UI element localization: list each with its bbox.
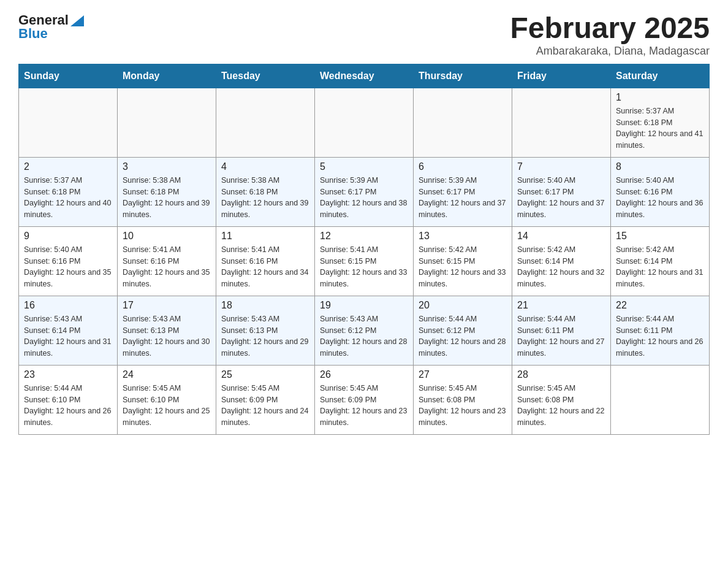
day-number: 14 [517,231,605,242]
calendar-cell [19,88,118,157]
calendar-cell: 26Sunrise: 5:45 AMSunset: 6:09 PMDayligh… [315,365,414,434]
day-number: 10 [123,231,211,242]
header-monday: Monday [118,64,216,88]
day-number: 23 [24,369,112,380]
day-info: Sunrise: 5:43 AMSunset: 6:13 PMDaylight:… [123,313,211,359]
day-info: Sunrise: 5:43 AMSunset: 6:12 PMDaylight:… [320,313,408,359]
calendar-cell: 27Sunrise: 5:45 AMSunset: 6:08 PMDayligh… [414,365,512,434]
day-info: Sunrise: 5:41 AMSunset: 6:15 PMDaylight:… [320,244,408,290]
day-number: 26 [320,369,408,380]
day-number: 5 [320,161,408,172]
calendar-cell [118,88,216,157]
calendar-cell: 23Sunrise: 5:44 AMSunset: 6:10 PMDayligh… [19,365,118,434]
calendar-cell: 11Sunrise: 5:41 AMSunset: 6:16 PMDayligh… [216,226,315,296]
day-info: Sunrise: 5:44 AMSunset: 6:12 PMDaylight:… [419,313,507,359]
day-info: Sunrise: 5:45 AMSunset: 6:10 PMDaylight:… [123,383,211,429]
day-number: 25 [221,369,309,380]
calendar-cell: 16Sunrise: 5:43 AMSunset: 6:14 PMDayligh… [19,296,118,365]
header-friday: Friday [512,64,611,88]
calendar-cell [512,88,611,157]
calendar-cell [216,88,315,157]
calendar-cell [611,365,710,434]
calendar-cell: 28Sunrise: 5:45 AMSunset: 6:08 PMDayligh… [512,365,611,434]
calendar-cell: 12Sunrise: 5:41 AMSunset: 6:15 PMDayligh… [315,226,414,296]
day-number: 12 [320,231,408,242]
calendar-cell: 14Sunrise: 5:42 AMSunset: 6:14 PMDayligh… [512,226,611,296]
day-info: Sunrise: 5:44 AMSunset: 6:10 PMDaylight:… [24,383,112,429]
day-info: Sunrise: 5:43 AMSunset: 6:13 PMDaylight:… [221,313,309,359]
header-thursday: Thursday [414,64,512,88]
calendar-cell: 21Sunrise: 5:44 AMSunset: 6:11 PMDayligh… [512,296,611,365]
day-number: 1 [616,92,704,103]
day-info: Sunrise: 5:45 AMSunset: 6:09 PMDaylight:… [221,383,309,429]
calendar-week-row: 9Sunrise: 5:40 AMSunset: 6:16 PMDaylight… [19,226,710,296]
header-tuesday: Tuesday [216,64,315,88]
day-info: Sunrise: 5:44 AMSunset: 6:11 PMDaylight:… [616,313,704,359]
day-number: 20 [419,300,507,311]
title-area: February 2025 Ambarakaraka, Diana, Madag… [510,12,710,58]
day-number: 24 [123,369,211,380]
page-header: General Blue February 2025 Ambarakaraka,… [18,12,710,58]
header-wednesday: Wednesday [315,64,414,88]
svg-marker-0 [70,15,84,26]
day-info: Sunrise: 5:37 AMSunset: 6:18 PMDaylight:… [24,175,112,221]
calendar-cell: 2Sunrise: 5:37 AMSunset: 6:18 PMDaylight… [19,157,118,226]
day-info: Sunrise: 5:41 AMSunset: 6:16 PMDaylight:… [123,244,211,290]
day-info: Sunrise: 5:38 AMSunset: 6:18 PMDaylight:… [221,175,309,221]
calendar-cell: 13Sunrise: 5:42 AMSunset: 6:15 PMDayligh… [414,226,512,296]
day-number: 21 [517,300,605,311]
day-number: 11 [221,231,309,242]
calendar-cell: 6Sunrise: 5:39 AMSunset: 6:17 PMDaylight… [414,157,512,226]
day-number: 8 [616,161,704,172]
month-title: February 2025 [510,12,710,45]
location-subtitle: Ambarakaraka, Diana, Madagascar [510,45,710,58]
day-number: 16 [24,300,112,311]
day-info: Sunrise: 5:45 AMSunset: 6:08 PMDaylight:… [419,383,507,429]
calendar-cell: 17Sunrise: 5:43 AMSunset: 6:13 PMDayligh… [118,296,216,365]
day-number: 9 [24,231,112,242]
day-info: Sunrise: 5:44 AMSunset: 6:11 PMDaylight:… [517,313,605,359]
day-info: Sunrise: 5:45 AMSunset: 6:08 PMDaylight:… [517,383,605,429]
day-info: Sunrise: 5:41 AMSunset: 6:16 PMDaylight:… [221,244,309,290]
day-number: 6 [419,161,507,172]
day-info: Sunrise: 5:42 AMSunset: 6:15 PMDaylight:… [419,244,507,290]
calendar-week-row: 1Sunrise: 5:37 AMSunset: 6:18 PMDaylight… [19,88,710,157]
day-number: 15 [616,231,704,242]
calendar-cell: 10Sunrise: 5:41 AMSunset: 6:16 PMDayligh… [118,226,216,296]
calendar-cell: 9Sunrise: 5:40 AMSunset: 6:16 PMDaylight… [19,226,118,296]
calendar-week-row: 23Sunrise: 5:44 AMSunset: 6:10 PMDayligh… [19,365,710,434]
calendar-cell: 18Sunrise: 5:43 AMSunset: 6:13 PMDayligh… [216,296,315,365]
header-sunday: Sunday [19,64,118,88]
calendar-cell: 22Sunrise: 5:44 AMSunset: 6:11 PMDayligh… [611,296,710,365]
day-info: Sunrise: 5:42 AMSunset: 6:14 PMDaylight:… [517,244,605,290]
calendar-cell: 20Sunrise: 5:44 AMSunset: 6:12 PMDayligh… [414,296,512,365]
logo-triangle-icon [70,13,84,26]
day-number: 17 [123,300,211,311]
calendar-cell: 25Sunrise: 5:45 AMSunset: 6:09 PMDayligh… [216,365,315,434]
calendar-cell: 19Sunrise: 5:43 AMSunset: 6:12 PMDayligh… [315,296,414,365]
day-number: 3 [123,161,211,172]
header-saturday: Saturday [611,64,710,88]
day-number: 4 [221,161,309,172]
day-number: 22 [616,300,704,311]
day-number: 13 [419,231,507,242]
day-number: 2 [24,161,112,172]
day-info: Sunrise: 5:40 AMSunset: 6:17 PMDaylight:… [517,175,605,221]
day-info: Sunrise: 5:40 AMSunset: 6:16 PMDaylight:… [24,244,112,290]
calendar-header-row: SundayMondayTuesdayWednesdayThursdayFrid… [19,64,710,88]
calendar-cell [315,88,414,157]
day-info: Sunrise: 5:39 AMSunset: 6:17 PMDaylight:… [419,175,507,221]
calendar-cell: 3Sunrise: 5:38 AMSunset: 6:18 PMDaylight… [118,157,216,226]
day-info: Sunrise: 5:37 AMSunset: 6:18 PMDaylight:… [616,105,704,151]
day-info: Sunrise: 5:38 AMSunset: 6:18 PMDaylight:… [123,175,211,221]
day-number: 27 [419,369,507,380]
day-number: 18 [221,300,309,311]
calendar-cell: 7Sunrise: 5:40 AMSunset: 6:17 PMDaylight… [512,157,611,226]
calendar-cell [414,88,512,157]
calendar-week-row: 16Sunrise: 5:43 AMSunset: 6:14 PMDayligh… [19,296,710,365]
day-info: Sunrise: 5:40 AMSunset: 6:16 PMDaylight:… [616,175,704,221]
calendar-cell: 15Sunrise: 5:42 AMSunset: 6:14 PMDayligh… [611,226,710,296]
day-number: 19 [320,300,408,311]
logo: General Blue [18,12,84,42]
day-info: Sunrise: 5:45 AMSunset: 6:09 PMDaylight:… [320,383,408,429]
